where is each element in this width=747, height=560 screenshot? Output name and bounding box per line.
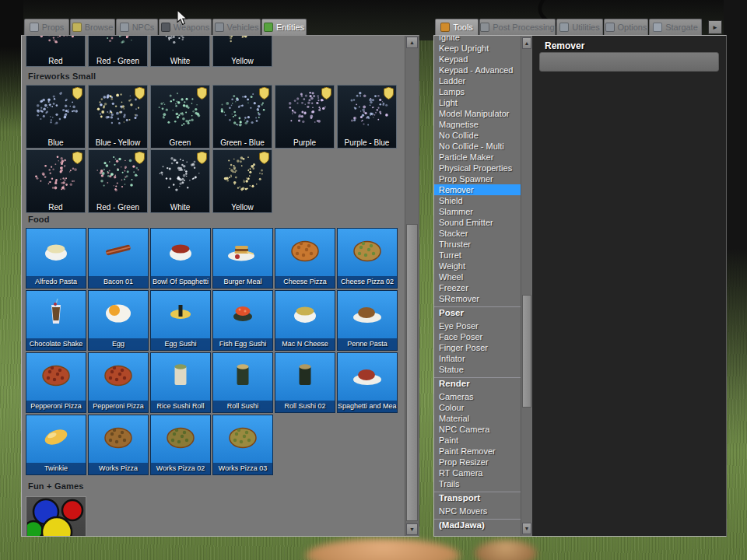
entity-tile-white[interactable]: White bbox=[150, 149, 210, 213]
tool-item-sound-emitter[interactable]: Sound Emitter bbox=[434, 217, 521, 228]
tool-list-scrollbar[interactable]: ▲▼ bbox=[521, 36, 532, 536]
tool-item-wheel[interactable]: Wheel bbox=[434, 271, 521, 282]
tool-item-sremover[interactable]: SRemover bbox=[434, 293, 521, 304]
scroll-up-button[interactable]: ▲ bbox=[522, 37, 531, 49]
tab-npcs[interactable]: NPCs bbox=[116, 19, 158, 35]
tab-vehicles[interactable]: Vehicles bbox=[212, 19, 261, 35]
tool-item-slammer[interactable]: Slammer bbox=[434, 206, 521, 217]
entity-tile-green-blue[interactable]: Green - Blue bbox=[212, 85, 272, 149]
entity-tile-egg[interactable]: Egg bbox=[88, 290, 149, 351]
tab-entities[interactable]: Entities bbox=[261, 19, 307, 35]
tool-item-prop-spawner[interactable]: Prop Spawner bbox=[434, 173, 521, 184]
tool-item-keypad-advanced[interactable]: Keypad - Advanced bbox=[434, 65, 521, 75]
tool-item-keypad[interactable]: Keypad bbox=[434, 54, 521, 65]
entity-tile-works-pizza-03[interactable]: Works Pizza 03 bbox=[212, 415, 273, 475]
tool-item-lamps[interactable]: Lamps bbox=[434, 86, 521, 97]
entity-tile-red-green[interactable]: Red - Green bbox=[88, 149, 148, 213]
tool-item-trails[interactable]: Trails bbox=[434, 478, 521, 489]
tab-tools[interactable]: Tools bbox=[435, 19, 479, 35]
tool-item-prop-resizer[interactable]: Prop Resizer bbox=[434, 457, 521, 467]
tool-item-ignite[interactable]: Ignite bbox=[434, 36, 521, 43]
tool-item-no-collide[interactable]: No Collide bbox=[434, 130, 521, 141]
tool-item-model-manipulator[interactable]: Model Manipulator bbox=[434, 108, 521, 119]
tab-weapons[interactable]: Weapons bbox=[159, 19, 212, 35]
entity-tile-works-pizza[interactable]: Works Pizza bbox=[88, 415, 149, 475]
admin-shield-badge-icon bbox=[72, 87, 82, 100]
entity-tile-spaghetti-and-mea[interactable]: Spaghetti and Mea. bbox=[337, 352, 398, 413]
scroll-thumb[interactable] bbox=[522, 295, 531, 408]
entity-tile-fun-games[interactable] bbox=[26, 496, 86, 537]
tab-options[interactable]: Options bbox=[604, 19, 648, 35]
tool-item-npc-movers[interactable]: NPC Movers bbox=[434, 506, 521, 516]
entity-tile-purple-blue[interactable]: Purple - Blue bbox=[337, 85, 397, 149]
entity-tile-bacon-01[interactable]: Bacon 01 bbox=[88, 228, 149, 289]
tool-item-ladder[interactable]: Ladder bbox=[434, 75, 521, 86]
tool-item-stacker[interactable]: Stacker bbox=[434, 228, 521, 239]
entity-tile-label: Green - Blue bbox=[213, 138, 272, 147]
tool-item-thruster[interactable]: Thruster bbox=[434, 239, 521, 250]
scroll-up-button[interactable]: ▲ bbox=[406, 37, 418, 48]
tool-item-light[interactable]: Light bbox=[434, 97, 521, 108]
tab-utilities[interactable]: Utilities bbox=[556, 19, 603, 35]
tool-item-remover[interactable]: Remover bbox=[434, 184, 521, 195]
tool-item-paint[interactable]: Paint bbox=[434, 435, 521, 446]
entity-tile-works-pizza-02[interactable]: Works Pizza 02 bbox=[150, 415, 211, 475]
scroll-down-button[interactable]: ▼ bbox=[522, 523, 531, 534]
food-image bbox=[288, 359, 322, 390]
entity-tile-alfredo-pasta[interactable]: Alfredo Pasta bbox=[26, 228, 86, 289]
tool-item-freezer[interactable]: Freezer bbox=[434, 282, 521, 293]
entity-tile-white[interactable]: White bbox=[150, 35, 210, 67]
entity-tile-red[interactable]: Red bbox=[26, 149, 86, 213]
tool-item-turret[interactable]: Turret bbox=[434, 250, 521, 261]
entity-tile-yellow[interactable]: Yellow bbox=[212, 149, 272, 213]
scroll-thumb[interactable] bbox=[406, 224, 418, 521]
entity-tile-pepperoni-pizza-2[interactable]: Pepperoni Pizza bbox=[88, 352, 149, 413]
entity-tile-bowl-of-spaghetti[interactable]: Bowl Of Spaghetti bbox=[150, 228, 211, 289]
tool-item-inflator[interactable]: Inflator bbox=[434, 353, 521, 364]
tool-item-rt-camera[interactable]: RT Camera bbox=[434, 467, 521, 478]
tab-browse[interactable]: Browse bbox=[70, 19, 115, 35]
entity-tile-blue[interactable]: Blue bbox=[26, 85, 86, 149]
entity-tile-cheese-pizza-02[interactable]: Cheese Pizza 02 bbox=[337, 228, 398, 289]
entity-tile-pepperoni-pizza[interactable]: Pepperoni Pizza bbox=[26, 352, 86, 413]
tool-item-eye-poser[interactable]: Eye Poser bbox=[434, 320, 521, 331]
tool-item-cameras[interactable]: Cameras bbox=[434, 391, 521, 402]
tool-item-paint-remover[interactable]: Paint Remover bbox=[434, 446, 521, 457]
entity-tile-mac-n-cheese[interactable]: Mac N Cheese bbox=[275, 290, 335, 351]
tool-item-physical-properties[interactable]: Physical Properties bbox=[434, 163, 521, 173]
entity-tile-green[interactable]: Green bbox=[150, 85, 210, 149]
tab-props[interactable]: Props bbox=[24, 19, 69, 35]
tab-stargate[interactable]: Stargate bbox=[649, 19, 702, 35]
tool-item-npc-camera[interactable]: NPC Camera bbox=[434, 424, 521, 435]
tool-item-weight[interactable]: Weight bbox=[434, 261, 521, 271]
tool-item-face-poser[interactable]: Face Poser bbox=[434, 331, 521, 342]
tool-item-magnetise[interactable]: Magnetise bbox=[434, 119, 521, 130]
entity-tile-fish-egg-sushi[interactable]: Fish Egg Sushi bbox=[212, 290, 273, 351]
tab-post-processing[interactable]: Post Processing bbox=[479, 19, 556, 35]
entity-tile-egg-sushi[interactable]: Egg Sushi bbox=[150, 290, 211, 351]
tool-item-finger-poser[interactable]: Finger Poser bbox=[434, 342, 521, 353]
tool-item-particle-maker[interactable]: Particle Maker bbox=[434, 152, 521, 163]
entity-tile-burger-meal[interactable]: Burger Meal bbox=[212, 228, 273, 289]
tool-item-no-collide-multi[interactable]: No Collide - Multi bbox=[434, 141, 521, 152]
entity-tile-chocolate-shake[interactable]: Chocolate Shake bbox=[26, 290, 86, 351]
tool-item-keep-upright[interactable]: Keep Upright bbox=[434, 43, 521, 54]
tool-item-statue[interactable]: Statue bbox=[434, 364, 521, 375]
entity-tile-purple[interactable]: Purple bbox=[275, 85, 335, 149]
spawn-list-scrollbar[interactable]: ▲▼ bbox=[405, 36, 419, 536]
tool-item-material[interactable]: Material bbox=[434, 413, 521, 424]
entity-tile-twinkie[interactable]: Twinkie bbox=[26, 415, 86, 475]
entity-tile-penne-pasta[interactable]: Penne Pasta bbox=[337, 290, 398, 351]
tool-item-colour[interactable]: Colour bbox=[434, 402, 521, 413]
tool-item-shield[interactable]: Shield bbox=[434, 195, 521, 206]
entity-tile-red-green[interactable]: Red - Green bbox=[88, 35, 148, 67]
entity-tile-rice-sushi-roll[interactable]: Rice Sushi Roll bbox=[150, 352, 211, 413]
entity-tile-roll-sushi-02[interactable]: Roll Sushi 02 bbox=[275, 352, 335, 413]
entity-tile-roll-sushi[interactable]: Roll Sushi bbox=[212, 352, 273, 413]
scroll-down-button[interactable]: ▼ bbox=[406, 523, 418, 535]
entity-tile-red[interactable]: Red bbox=[26, 35, 86, 67]
entity-tile-cheese-pizza[interactable]: Cheese Pizza bbox=[275, 228, 335, 289]
entity-tile-blue-yellow[interactable]: Blue - Yellow bbox=[88, 85, 148, 149]
entity-tile-yellow[interactable]: Yellow bbox=[212, 35, 272, 67]
tabs-overflow-button[interactable]: ► bbox=[708, 20, 722, 34]
